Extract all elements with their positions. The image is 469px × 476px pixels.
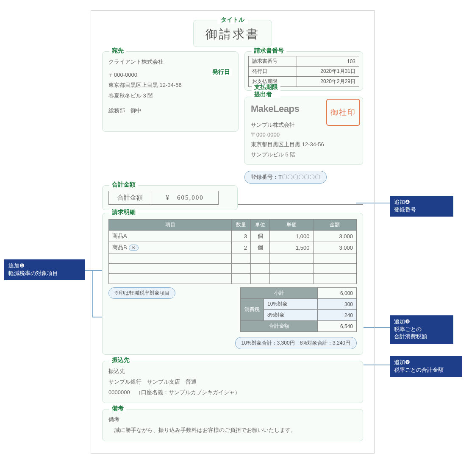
tax-label: 消費税 bbox=[241, 299, 264, 321]
rate-totals: 10%対象合計：3,300円 8%対象合計：3,240円 bbox=[235, 337, 357, 349]
total-v: 6,540 bbox=[318, 321, 357, 332]
line-items-label: 請求明細 bbox=[109, 209, 138, 215]
remarks-section-label: 備考 bbox=[109, 405, 126, 411]
remarks-section: 備考 備考 誠に勝手ながら、振り込み手数料はお客様のご負担でお願いいたします。 bbox=[102, 409, 363, 441]
line-items-table: 項目 数量 単位 単価 金額 商品A 3 個 1,000 3,000 商 bbox=[108, 219, 357, 284]
item-unit: 個 bbox=[251, 231, 270, 242]
meta-table: 請求書番号103 発行日2020年1月31日 お支払期限2020年2月29日 bbox=[248, 56, 359, 87]
grand-total-section: 合計金額 合計金額 ¥ 605,000 bbox=[102, 185, 238, 210]
col-amount: 金額 bbox=[313, 220, 357, 231]
col-qty: 数量 bbox=[232, 220, 251, 231]
col-name: 項目 bbox=[109, 220, 232, 231]
recipient-addr2: 春夏秋冬ビル 3 階 bbox=[108, 91, 232, 101]
tax10-k: 10%対象 bbox=[264, 299, 318, 310]
callout-4: 追加❹ 登録番号 bbox=[390, 196, 453, 217]
item-amount: 3,000 bbox=[313, 231, 357, 242]
issuer-addr1: 東京都目黒区上目黒 12-34-56 bbox=[251, 139, 357, 149]
issuer-section-labels: 支払期限 提出者 bbox=[252, 84, 280, 98]
title-section: タイトル 御請求書 bbox=[193, 20, 272, 47]
grand-total-label: 合計金額 bbox=[109, 181, 138, 187]
item-amount: 3,000 bbox=[313, 242, 357, 253]
subtotal-v: 6,000 bbox=[318, 288, 357, 299]
col-price: 単価 bbox=[270, 220, 314, 231]
table-row bbox=[109, 253, 357, 264]
company-stamp: 御社印 bbox=[326, 99, 360, 126]
item-name: 商品B bbox=[112, 244, 127, 251]
callout-1: 追加❶ 軽減税率の対象項目 bbox=[4, 259, 85, 280]
remarks-body: 誠に勝手ながら、振り込み手数料はお客様のご負担でお願いいたします。 bbox=[108, 425, 357, 436]
bank-section: 振込先 振込先 サンプル銀行 サンプル支店 普通 0000000 （口座名義：サ… bbox=[102, 361, 363, 403]
item-unit: 個 bbox=[251, 242, 270, 253]
callout-2: 追加❷ 税率ごとの合計金額 bbox=[390, 356, 462, 377]
meta-v1: 2020年1月31日 bbox=[297, 67, 359, 77]
issuer-postal: 〒000-0000 bbox=[251, 130, 357, 139]
meta-v2: 2020年2月29日 bbox=[297, 77, 359, 87]
bank-line1: サンプル銀行 サンプル支店 普通 bbox=[108, 377, 357, 387]
item-name: 商品A bbox=[112, 233, 127, 239]
registration-number: 登録番号：T〇〇〇〇〇〇〇 bbox=[244, 171, 327, 184]
callout-3-text2: 合計消費税額 bbox=[394, 333, 427, 340]
issuer-label: 提出者 bbox=[254, 91, 272, 97]
callout-2-title: 追加❷ bbox=[394, 359, 410, 365]
totals-table: 小計 6,000 消費税 10%対象 300 8%対象 240 bbox=[240, 287, 357, 332]
item-price: 1,000 bbox=[270, 231, 314, 242]
reduced-tax-note: ※印は軽減税率対象項目 bbox=[108, 287, 175, 299]
tax8-v: 240 bbox=[318, 310, 357, 321]
remarks-heading: 備考 bbox=[108, 415, 357, 425]
item-price: 1,500 bbox=[270, 242, 314, 253]
meta-v0: 103 bbox=[297, 56, 359, 67]
grand-total-v: ¥ 605,000 bbox=[151, 191, 219, 205]
table-row bbox=[109, 274, 357, 284]
callout-3-title: 追加❸ bbox=[394, 318, 410, 325]
bank-section-label: 振込先 bbox=[109, 357, 132, 363]
due-label: 支払期限 bbox=[254, 84, 278, 90]
meta-k1: 発行日 bbox=[249, 67, 297, 77]
issuer-section: 支払期限 提出者 MakeLeaps 御社印 サンプル株式会社 〒000-000… bbox=[244, 97, 363, 165]
recipient-company: クライアント株式会社 bbox=[108, 57, 232, 67]
recipient-attn: 総務部 御中 bbox=[108, 106, 232, 116]
table-row: 商品B※ 2 個 1,500 3,000 bbox=[109, 242, 357, 253]
callout-2-text: 税率ごとの合計金額 bbox=[394, 367, 444, 373]
callout-4-title: 追加❹ bbox=[394, 199, 410, 205]
grand-total-k: 合計金額 bbox=[109, 191, 151, 205]
callout-4-text: 登録番号 bbox=[394, 206, 416, 213]
table-row bbox=[109, 264, 357, 274]
reduced-tax-mark: ※ bbox=[129, 245, 139, 251]
subtotal-k: 小計 bbox=[241, 288, 318, 299]
tax8-k: 8%対象 bbox=[264, 310, 318, 321]
meta-section-label: 請求書番号 bbox=[252, 47, 286, 53]
item-qty: 2 bbox=[232, 242, 251, 253]
recipient-section-label: 宛先 bbox=[109, 47, 126, 53]
total-k: 合計金額 bbox=[241, 321, 318, 332]
callout-1-title: 追加❶ bbox=[8, 262, 25, 269]
recipient-addr1: 東京都目黒区上目黒 12-34-56 bbox=[108, 80, 232, 91]
line-items-section: 請求明細 項目 数量 単位 単価 金額 商品A 3 個 1,000 bbox=[102, 213, 363, 355]
issuer-addr2: サンプルビル 5 階 bbox=[251, 150, 357, 159]
callout-3: 追加❸ 税率ごとの 合計消費税額 bbox=[390, 315, 453, 344]
bank-heading: 振込先 bbox=[108, 366, 357, 377]
title-section-label: タイトル bbox=[217, 16, 248, 24]
document-title: 御請求書 bbox=[205, 26, 260, 42]
col-unit: 単位 bbox=[251, 220, 270, 231]
invoice-document: タイトル 御請求書 宛先 クライアント株式会社 〒000-0000 東京都目黒区… bbox=[91, 10, 375, 454]
recipient-section: 宛先 クライアント株式会社 〒000-0000 東京都目黒区上目黒 12-34-… bbox=[102, 51, 239, 132]
callout-3-text: 税率ごとの bbox=[394, 326, 422, 332]
meta-k0: 請求書番号 bbox=[249, 56, 297, 67]
bank-line2: 0000000 （口座名義：サンプルカブシキガイシャ） bbox=[108, 387, 357, 398]
item-qty: 3 bbox=[232, 231, 251, 242]
tax10-v: 300 bbox=[318, 299, 357, 310]
callout-1-text: 軽減税率の対象項目 bbox=[8, 270, 58, 276]
table-row: 商品A 3 個 1,000 3,000 bbox=[109, 231, 357, 242]
issue-date-side-label: 発行日 bbox=[211, 68, 232, 76]
